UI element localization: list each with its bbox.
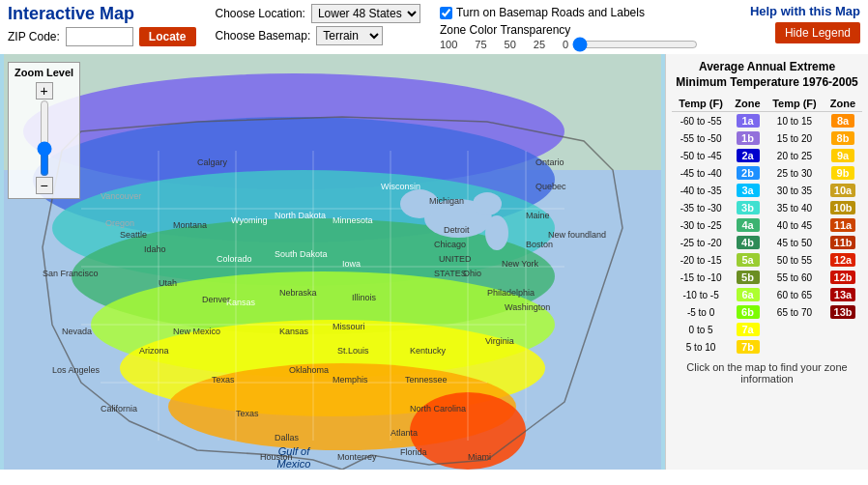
legend-temp1: -55 to -50 (672, 129, 730, 147)
svg-text:Wisconsin: Wisconsin (381, 182, 420, 191)
zoom-out-button[interactable]: − (36, 177, 53, 194)
legend-zone1: 1a (730, 112, 766, 130)
legend-temp2: 45 to 50 (766, 234, 824, 251)
svg-text:Washington: Washington (505, 302, 550, 312)
transparency-slider[interactable] (572, 37, 698, 52)
svg-text:Oklahoma: Oklahoma (289, 365, 329, 375)
svg-text:North Carolina: North Carolina (410, 404, 466, 414)
legend-row: -60 to -55 1a 10 to 15 8a (672, 112, 862, 130)
legend-zone1: 6a (730, 286, 766, 303)
legend-temp1: -35 to -30 (672, 199, 730, 216)
svg-text:South Dakota: South Dakota (275, 249, 328, 259)
zoom-slider[interactable] (37, 100, 52, 177)
svg-text:Dallas: Dallas (275, 433, 300, 442)
legend-zone1: 2a (730, 147, 766, 164)
legend-zone2: 9a (824, 147, 862, 164)
legend-zone1: 3b (730, 199, 766, 216)
legend-row: -40 to -35 3a 30 to 35 10a (672, 182, 862, 199)
legend-zone2: 13b (824, 303, 862, 321)
legend-title: Average Annual Extreme Minimum Temperatu… (672, 60, 862, 90)
legend-temp2: 20 to 25 (766, 147, 824, 164)
legend-zone2: 11a (824, 216, 862, 234)
legend-row: 5 to 10 7b (672, 338, 862, 356)
legend-temp1: 5 to 10 (672, 338, 730, 356)
legend-temp2: 55 to 60 (766, 269, 824, 286)
svg-text:Oregon: Oregon (105, 218, 134, 228)
basemap-select[interactable]: Terrain Satellite Street Topo (316, 26, 383, 45)
svg-text:Denver: Denver (202, 295, 230, 304)
legend-row: -25 to -20 4b 45 to 50 11b (672, 234, 862, 251)
svg-text:Wyoming: Wyoming (231, 215, 267, 225)
legend-row: -50 to -45 2a 20 to 25 9a (672, 147, 862, 164)
svg-text:Minnesota: Minnesota (333, 215, 373, 225)
svg-text:Maine: Maine (526, 211, 550, 220)
legend-zone2 (824, 338, 862, 356)
svg-text:Atlanta: Atlanta (391, 428, 418, 438)
legend-temp1: -45 to -40 (672, 164, 730, 182)
legend-temp1: -50 to -45 (672, 147, 730, 164)
legend-zone1: 3a (730, 182, 766, 199)
legend-row: 0 to 5 7a (672, 321, 862, 338)
svg-text:Florida: Florida (400, 447, 427, 457)
svg-text:Ohio: Ohio (463, 269, 481, 278)
legend-temp2: 65 to 70 (766, 303, 824, 321)
svg-text:Arizona: Arizona (139, 346, 169, 356)
svg-point-23 (485, 215, 508, 250)
svg-point-22 (473, 192, 502, 215)
legend-row: -30 to -25 4a 40 to 45 11a (672, 216, 862, 234)
svg-text:Missouri: Missouri (333, 322, 365, 331)
location-select[interactable]: Lower 48 States Alaska Hawaii Puerto Ric… (311, 4, 420, 23)
roads-checkbox[interactable] (440, 7, 452, 19)
svg-text:Detroit: Detroit (444, 225, 470, 235)
legend-col3-header: Temp (F) (766, 96, 824, 112)
svg-text:Idaho: Idaho (144, 244, 166, 254)
svg-text:Illinois: Illinois (352, 293, 377, 302)
legend-temp1: -5 to 0 (672, 303, 730, 321)
svg-text:Philadelphia: Philadelphia (487, 288, 535, 298)
legend-row: -35 to -30 3b 35 to 40 10b (672, 199, 862, 216)
legend-col1-header: Temp (F) (672, 96, 730, 112)
legend-temp2: 35 to 40 (766, 199, 824, 216)
svg-text:Virginia: Virginia (485, 336, 514, 346)
svg-text:Tennessee: Tennessee (405, 375, 448, 385)
svg-text:Ontario: Ontario (535, 157, 564, 167)
map-display[interactable]: Gulf of Mexico Seattle San Francisco Los… (0, 54, 665, 470)
svg-text:Nebraska: Nebraska (279, 288, 317, 298)
legend-temp1: 0 to 5 (672, 321, 730, 338)
legend-zone1: 4b (730, 234, 766, 251)
legend-temp2: 40 to 45 (766, 216, 824, 234)
zoom-in-button[interactable]: + (36, 82, 53, 100)
legend-zone1: 6b (730, 303, 766, 321)
zoom-label: Zoom Level (14, 67, 73, 78)
legend-zone1: 5b (730, 269, 766, 286)
locate-button[interactable]: Locate (139, 27, 196, 46)
svg-text:Texas: Texas (236, 409, 259, 418)
svg-text:Houston: Houston (260, 452, 293, 462)
roads-label: Turn on Basemap Roads and Labels (456, 6, 645, 19)
legend-zone1: 7b (730, 338, 766, 356)
svg-text:Kansas: Kansas (279, 327, 309, 336)
legend-row: -5 to 0 6b 65 to 70 13b (672, 303, 862, 321)
svg-text:Miami: Miami (468, 452, 491, 462)
legend-zone2: 8b (824, 129, 862, 147)
svg-text:UNITED: UNITED (439, 254, 472, 264)
svg-text:New York: New York (502, 259, 539, 269)
svg-text:California: California (101, 404, 137, 414)
legend-temp1: -10 to -5 (672, 286, 730, 303)
hide-legend-button[interactable]: Hide Legend (775, 22, 860, 43)
legend-zone2: 10b (824, 199, 862, 216)
svg-text:North Dakota: North Dakota (275, 211, 326, 220)
help-link[interactable]: Help with this Map (750, 4, 860, 18)
legend-temp2 (766, 338, 824, 356)
location-label: Choose Location: (216, 7, 305, 20)
svg-text:Calgary: Calgary (197, 157, 228, 167)
legend-zone2: 9b (824, 164, 862, 182)
svg-text:Chicago: Chicago (434, 240, 466, 249)
legend-row: -20 to -15 5a 50 to 55 12a (672, 251, 862, 269)
svg-text:Seattle: Seattle (120, 230, 147, 240)
svg-text:Boston: Boston (526, 240, 553, 249)
legend-zone1: 2b (730, 164, 766, 182)
legend-row: -10 to -5 6a 60 to 65 13a (672, 286, 862, 303)
zip-input[interactable] (66, 27, 133, 46)
svg-text:Monterrey: Monterrey (337, 452, 377, 462)
